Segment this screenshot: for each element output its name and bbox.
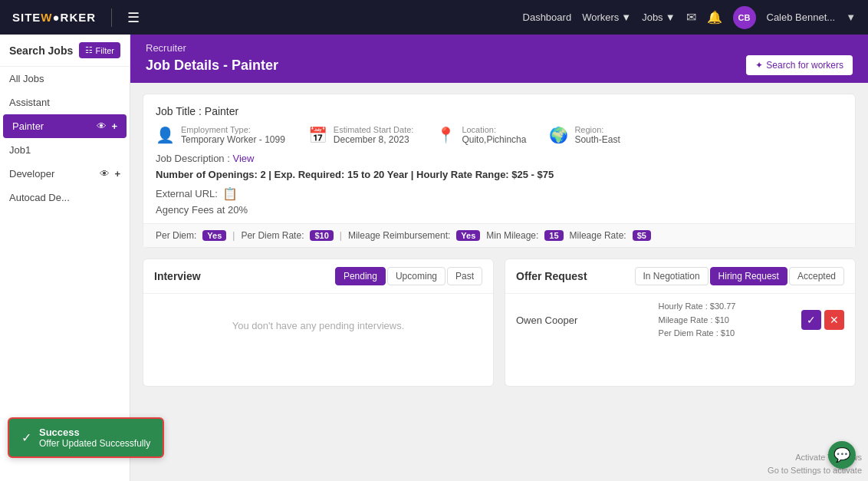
offer-details: Hourly Rate : $30.77 Mileage Rate : $10 …: [659, 300, 736, 341]
add-icon-dev[interactable]: +: [114, 168, 120, 180]
sidebar-item-developer[interactable]: Developer 👁 +: [0, 162, 130, 186]
per-diem-label: Per Diem:: [156, 230, 196, 241]
min-mileage-badge: 15: [544, 230, 563, 241]
location-item: 📍 Location: Quito,Pichincha: [436, 125, 526, 145]
eye-icon-dev[interactable]: 👁: [100, 168, 110, 180]
offer-tabs: In Negotiation Hiring Request Accepted: [635, 267, 844, 285]
filter-button[interactable]: ☷ Filter: [79, 42, 120, 58]
mileage-rate-detail: Mileage Rate : $10: [659, 314, 736, 328]
sidebar-item-assistant[interactable]: Assistant: [0, 91, 130, 114]
per-diem-rate-label: Per Diem Rate:: [241, 230, 304, 241]
jobs-menu[interactable]: Jobs ▼: [642, 12, 675, 23]
mileage-label: Mileage Reimbursement:: [348, 230, 450, 241]
bottom-panels: Interview Pending Upcoming Past You don'…: [143, 259, 856, 387]
add-icon[interactable]: +: [111, 120, 117, 132]
toast-message: Offer Updated Successfully: [39, 438, 150, 449]
search-workers-button[interactable]: ✦ Search for workers: [746, 55, 853, 75]
username-label[interactable]: Caleb Bennet...: [767, 12, 836, 23]
app-logo: SITEW●RKER: [12, 11, 96, 24]
breadcrumb: Recruiter: [146, 42, 853, 54]
sidebar-title: Search Jobs: [9, 44, 73, 57]
main-content: Recruiter Job Details - Painter ✦ Search…: [130, 35, 868, 481]
interview-tabs: Pending Upcoming Past: [335, 267, 482, 285]
job-details-card: Job Title : Painter 👤 Employment Type: T…: [143, 94, 856, 248]
toast-title: Success: [39, 427, 150, 438]
region-value: South-East: [574, 134, 620, 145]
interview-empty-message: You don't have any pending interviews.: [154, 305, 482, 347]
sidebar-header: Search Jobs ☷ Filter: [0, 35, 130, 67]
bell-icon[interactable]: 🔔: [707, 10, 722, 25]
interview-panel: Interview Pending Upcoming Past You don'…: [143, 259, 494, 387]
tab-accepted[interactable]: Accepted: [789, 267, 844, 285]
main-layout: Search Jobs ☷ Filter All Jobs Assistant …: [0, 35, 868, 481]
sidebar-item-autocad[interactable]: Autocad De...: [0, 186, 130, 209]
toast-text: Success Offer Updated Successfully: [39, 427, 150, 449]
sidebar-item-all-jobs[interactable]: All Jobs: [0, 67, 130, 91]
offer-panel-title: Offer Request: [516, 270, 587, 282]
workers-menu[interactable]: Workers ▼: [582, 12, 631, 23]
eye-icon[interactable]: 👁: [97, 120, 107, 132]
mileage-rate-label: Mileage Rate:: [570, 230, 626, 241]
per-diem-badge: Yes: [202, 230, 226, 241]
page-title: Job Details - Painter: [146, 58, 278, 74]
top-navigation: SITEW●RKER ☰ Dashboard Workers ▼ Jobs ▼ …: [0, 0, 868, 35]
view-description-link[interactable]: View: [232, 153, 254, 164]
painter-item-actions: 👁 +: [97, 120, 117, 132]
location-label: Location:: [462, 125, 526, 134]
search-star-icon: ✦: [755, 60, 763, 71]
tab-in-negotiation[interactable]: In Negotiation: [635, 267, 709, 285]
sidebar-item-painter[interactable]: Painter 👁 +: [3, 114, 127, 138]
filter-icon: ☷: [85, 45, 93, 55]
region-icon: 🌍: [549, 126, 568, 144]
content-area: Job Title : Painter 👤 Employment Type: T…: [130, 83, 868, 481]
hourly-rate-detail: Hourly Rate : $30.77: [659, 300, 736, 314]
nav-divider: [111, 8, 112, 27]
developer-item-actions: 👁 +: [100, 168, 120, 180]
interview-panel-title: Interview: [154, 270, 201, 282]
sidebar: Search Jobs ☷ Filter All Jobs Assistant …: [0, 35, 130, 481]
tab-past[interactable]: Past: [447, 267, 482, 285]
mileage-rate-badge: $5: [633, 230, 651, 241]
external-url-row: External URL: 📋: [156, 186, 843, 201]
min-mileage-label: Min Mileage:: [486, 230, 538, 241]
job-tags-row: Per Diem: Yes | Per Diem Rate: $10 | Mil…: [143, 223, 855, 247]
offer-action-buttons: ✓ ✕: [801, 310, 844, 330]
calendar-icon: 📅: [308, 126, 327, 144]
toast-check-icon: ✓: [21, 430, 31, 445]
offer-request-panel: Offer Request In Negotiation Hiring Requ…: [505, 259, 856, 387]
job-meta: 👤 Employment Type: Temporary Worker - 10…: [156, 125, 843, 145]
agency-fees: Agency Fees at 20%: [156, 204, 843, 216]
offer-panel-body: Owen Cooper Hourly Rate : $30.77 Mileage…: [505, 294, 855, 386]
page-header: Recruiter Job Details - Painter ✦ Search…: [130, 35, 868, 83]
copy-url-icon[interactable]: 📋: [222, 186, 238, 201]
region-item: 🌍 Region: South-East: [549, 125, 620, 145]
location-value: Quito,Pichincha: [462, 134, 526, 145]
interview-panel-header: Interview Pending Upcoming Past: [143, 259, 493, 294]
job-title-row: Job Title : Painter: [156, 105, 843, 117]
topnav-right: Dashboard Workers ▼ Jobs ▼ ✉ 🔔 CB Caleb …: [523, 6, 856, 29]
region-label: Region:: [574, 125, 620, 134]
job-description-row: Job Description : View: [156, 153, 843, 164]
interview-panel-body: You don't have any pending interviews.: [143, 294, 493, 386]
mail-icon[interactable]: ✉: [686, 10, 696, 25]
employment-value: Temporary Worker - 1099: [181, 134, 285, 145]
reject-offer-button[interactable]: ✕: [824, 310, 844, 330]
avatar[interactable]: CB: [733, 6, 756, 29]
offer-row: Owen Cooper Hourly Rate : $30.77 Mileage…: [505, 294, 855, 347]
hamburger-menu-icon[interactable]: ☰: [127, 9, 140, 26]
employment-label: Employment Type:: [181, 125, 285, 134]
location-icon: 📍: [436, 126, 455, 144]
dashboard-link[interactable]: Dashboard: [523, 12, 572, 23]
accept-offer-button[interactable]: ✓: [801, 310, 821, 330]
per-diem-rate-badge: $10: [310, 230, 333, 241]
tab-hiring-request[interactable]: Hiring Request: [710, 267, 787, 285]
sidebar-item-job1[interactable]: Job1: [0, 138, 130, 162]
user-chevron-icon: ▼: [846, 12, 856, 23]
tab-pending[interactable]: Pending: [335, 267, 386, 285]
per-diem-rate-detail: Per Diem Rate : $10: [659, 327, 736, 341]
employment-type-item: 👤 Employment Type: Temporary Worker - 10…: [156, 125, 285, 145]
tab-upcoming[interactable]: Upcoming: [387, 267, 446, 285]
toast-notification: ✓ Success Offer Updated Successfully: [8, 417, 164, 458]
chat-bubble-button[interactable]: 💬: [828, 441, 856, 469]
job-openings: Number of Openings: 2 | Exp. Required: 1…: [156, 169, 843, 180]
